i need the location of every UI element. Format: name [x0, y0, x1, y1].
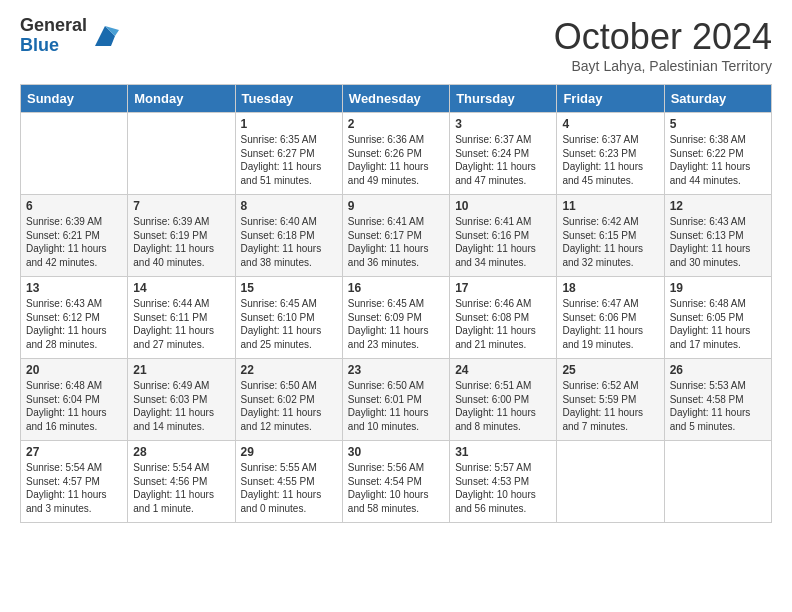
- day-info: Sunrise: 6:51 AM Sunset: 6:00 PM Dayligh…: [455, 379, 551, 433]
- calendar-week-row: 1Sunrise: 6:35 AM Sunset: 6:27 PM Daylig…: [21, 113, 772, 195]
- day-info: Sunrise: 5:54 AM Sunset: 4:57 PM Dayligh…: [26, 461, 122, 515]
- header: General Blue October 2024 Bayt Lahya, Pa…: [20, 16, 772, 74]
- day-number: 18: [562, 281, 658, 295]
- day-info: Sunrise: 6:42 AM Sunset: 6:15 PM Dayligh…: [562, 215, 658, 269]
- day-number: 16: [348, 281, 444, 295]
- day-info: Sunrise: 5:56 AM Sunset: 4:54 PM Dayligh…: [348, 461, 444, 515]
- table-row: 15Sunrise: 6:45 AM Sunset: 6:10 PM Dayli…: [235, 277, 342, 359]
- table-row: 28Sunrise: 5:54 AM Sunset: 4:56 PM Dayli…: [128, 441, 235, 523]
- day-info: Sunrise: 5:55 AM Sunset: 4:55 PM Dayligh…: [241, 461, 337, 515]
- col-wednesday: Wednesday: [342, 85, 449, 113]
- table-row: 30Sunrise: 5:56 AM Sunset: 4:54 PM Dayli…: [342, 441, 449, 523]
- day-info: Sunrise: 6:41 AM Sunset: 6:17 PM Dayligh…: [348, 215, 444, 269]
- table-row: [128, 113, 235, 195]
- table-row: 2Sunrise: 6:36 AM Sunset: 6:26 PM Daylig…: [342, 113, 449, 195]
- day-number: 23: [348, 363, 444, 377]
- day-info: Sunrise: 6:49 AM Sunset: 6:03 PM Dayligh…: [133, 379, 229, 433]
- day-number: 1: [241, 117, 337, 131]
- logo-blue: Blue: [20, 36, 87, 56]
- day-number: 3: [455, 117, 551, 131]
- day-info: Sunrise: 6:48 AM Sunset: 6:04 PM Dayligh…: [26, 379, 122, 433]
- table-row: [21, 113, 128, 195]
- day-number: 25: [562, 363, 658, 377]
- calendar-week-row: 6Sunrise: 6:39 AM Sunset: 6:21 PM Daylig…: [21, 195, 772, 277]
- calendar-week-row: 20Sunrise: 6:48 AM Sunset: 6:04 PM Dayli…: [21, 359, 772, 441]
- day-number: 9: [348, 199, 444, 213]
- location-subtitle: Bayt Lahya, Palestinian Territory: [554, 58, 772, 74]
- day-number: 26: [670, 363, 766, 377]
- title-block: October 2024 Bayt Lahya, Palestinian Ter…: [554, 16, 772, 74]
- day-info: Sunrise: 6:36 AM Sunset: 6:26 PM Dayligh…: [348, 133, 444, 187]
- table-row: 26Sunrise: 5:53 AM Sunset: 4:58 PM Dayli…: [664, 359, 771, 441]
- calendar-table: Sunday Monday Tuesday Wednesday Thursday…: [20, 84, 772, 523]
- table-row: 22Sunrise: 6:50 AM Sunset: 6:02 PM Dayli…: [235, 359, 342, 441]
- day-info: Sunrise: 6:50 AM Sunset: 6:02 PM Dayligh…: [241, 379, 337, 433]
- day-number: 29: [241, 445, 337, 459]
- calendar-header-row: Sunday Monday Tuesday Wednesday Thursday…: [21, 85, 772, 113]
- day-number: 30: [348, 445, 444, 459]
- table-row: 9Sunrise: 6:41 AM Sunset: 6:17 PM Daylig…: [342, 195, 449, 277]
- table-row: 13Sunrise: 6:43 AM Sunset: 6:12 PM Dayli…: [21, 277, 128, 359]
- table-row: 8Sunrise: 6:40 AM Sunset: 6:18 PM Daylig…: [235, 195, 342, 277]
- day-info: Sunrise: 6:43 AM Sunset: 6:13 PM Dayligh…: [670, 215, 766, 269]
- col-monday: Monday: [128, 85, 235, 113]
- table-row: 20Sunrise: 6:48 AM Sunset: 6:04 PM Dayli…: [21, 359, 128, 441]
- table-row: [664, 441, 771, 523]
- table-row: 12Sunrise: 6:43 AM Sunset: 6:13 PM Dayli…: [664, 195, 771, 277]
- col-thursday: Thursday: [450, 85, 557, 113]
- day-number: 7: [133, 199, 229, 213]
- day-info: Sunrise: 6:35 AM Sunset: 6:27 PM Dayligh…: [241, 133, 337, 187]
- table-row: 29Sunrise: 5:55 AM Sunset: 4:55 PM Dayli…: [235, 441, 342, 523]
- day-number: 24: [455, 363, 551, 377]
- day-info: Sunrise: 6:45 AM Sunset: 6:09 PM Dayligh…: [348, 297, 444, 351]
- col-tuesday: Tuesday: [235, 85, 342, 113]
- day-number: 21: [133, 363, 229, 377]
- table-row: 17Sunrise: 6:46 AM Sunset: 6:08 PM Dayli…: [450, 277, 557, 359]
- day-info: Sunrise: 6:43 AM Sunset: 6:12 PM Dayligh…: [26, 297, 122, 351]
- table-row: 18Sunrise: 6:47 AM Sunset: 6:06 PM Dayli…: [557, 277, 664, 359]
- table-row: 27Sunrise: 5:54 AM Sunset: 4:57 PM Dayli…: [21, 441, 128, 523]
- table-row: 4Sunrise: 6:37 AM Sunset: 6:23 PM Daylig…: [557, 113, 664, 195]
- day-number: 28: [133, 445, 229, 459]
- day-number: 8: [241, 199, 337, 213]
- month-title: October 2024: [554, 16, 772, 58]
- logo: General Blue: [20, 16, 119, 56]
- table-row: 19Sunrise: 6:48 AM Sunset: 6:05 PM Dayli…: [664, 277, 771, 359]
- table-row: 24Sunrise: 6:51 AM Sunset: 6:00 PM Dayli…: [450, 359, 557, 441]
- page: General Blue October 2024 Bayt Lahya, Pa…: [0, 0, 792, 612]
- day-info: Sunrise: 6:38 AM Sunset: 6:22 PM Dayligh…: [670, 133, 766, 187]
- day-info: Sunrise: 6:46 AM Sunset: 6:08 PM Dayligh…: [455, 297, 551, 351]
- day-info: Sunrise: 6:39 AM Sunset: 6:19 PM Dayligh…: [133, 215, 229, 269]
- day-number: 22: [241, 363, 337, 377]
- day-number: 6: [26, 199, 122, 213]
- day-number: 2: [348, 117, 444, 131]
- table-row: 16Sunrise: 6:45 AM Sunset: 6:09 PM Dayli…: [342, 277, 449, 359]
- logo-general: General: [20, 16, 87, 36]
- day-info: Sunrise: 5:54 AM Sunset: 4:56 PM Dayligh…: [133, 461, 229, 515]
- table-row: 6Sunrise: 6:39 AM Sunset: 6:21 PM Daylig…: [21, 195, 128, 277]
- day-info: Sunrise: 6:41 AM Sunset: 6:16 PM Dayligh…: [455, 215, 551, 269]
- table-row: 23Sunrise: 6:50 AM Sunset: 6:01 PM Dayli…: [342, 359, 449, 441]
- day-number: 4: [562, 117, 658, 131]
- table-row: [557, 441, 664, 523]
- table-row: 10Sunrise: 6:41 AM Sunset: 6:16 PM Dayli…: [450, 195, 557, 277]
- day-info: Sunrise: 6:37 AM Sunset: 6:23 PM Dayligh…: [562, 133, 658, 187]
- day-info: Sunrise: 5:57 AM Sunset: 4:53 PM Dayligh…: [455, 461, 551, 515]
- day-number: 17: [455, 281, 551, 295]
- day-info: Sunrise: 6:52 AM Sunset: 5:59 PM Dayligh…: [562, 379, 658, 433]
- day-number: 19: [670, 281, 766, 295]
- day-number: 5: [670, 117, 766, 131]
- day-info: Sunrise: 6:37 AM Sunset: 6:24 PM Dayligh…: [455, 133, 551, 187]
- day-number: 27: [26, 445, 122, 459]
- day-info: Sunrise: 6:44 AM Sunset: 6:11 PM Dayligh…: [133, 297, 229, 351]
- day-number: 10: [455, 199, 551, 213]
- table-row: 5Sunrise: 6:38 AM Sunset: 6:22 PM Daylig…: [664, 113, 771, 195]
- table-row: 1Sunrise: 6:35 AM Sunset: 6:27 PM Daylig…: [235, 113, 342, 195]
- col-friday: Friday: [557, 85, 664, 113]
- day-info: Sunrise: 6:45 AM Sunset: 6:10 PM Dayligh…: [241, 297, 337, 351]
- col-saturday: Saturday: [664, 85, 771, 113]
- calendar-week-row: 27Sunrise: 5:54 AM Sunset: 4:57 PM Dayli…: [21, 441, 772, 523]
- day-info: Sunrise: 6:47 AM Sunset: 6:06 PM Dayligh…: [562, 297, 658, 351]
- day-number: 15: [241, 281, 337, 295]
- table-row: 3Sunrise: 6:37 AM Sunset: 6:24 PM Daylig…: [450, 113, 557, 195]
